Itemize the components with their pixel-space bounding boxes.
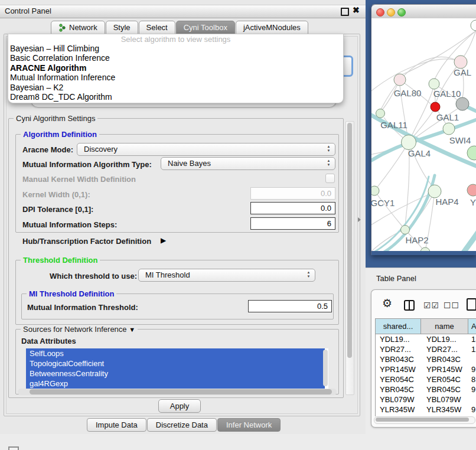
settings-scrollbar[interactable] (345, 121, 354, 395)
tab-style[interactable]: Style (106, 21, 138, 34)
table-cell[interactable]: YPR145W (376, 364, 421, 374)
minimize-button[interactable] (387, 8, 395, 17)
table-cell[interactable]: YER054C (376, 374, 421, 384)
table-row[interactable]: YBL079WYBL079W (376, 394, 476, 405)
algorithm-option-bayesian-hill-climbing[interactable]: Bayesian – Hill Climbing (8, 44, 343, 53)
table-cell[interactable]: YLR345W (421, 405, 468, 415)
table-row[interactable]: YDR27...YDR27...12 (376, 344, 476, 354)
network-node-gal10[interactable] (429, 79, 439, 89)
network-node-swi4[interactable] (467, 146, 476, 160)
network-canvas[interactable]: GALGAL80GAL10GAL1GAL11GAL4SWI4GCY1HAP4YH… (371, 18, 476, 251)
column-header-shared-[interactable]: shared... (376, 318, 421, 334)
table-cell[interactable] (468, 354, 476, 364)
zoom-button[interactable] (397, 8, 406, 17)
splitter-handle-icon[interactable] (358, 217, 361, 222)
control-panel-titlebar[interactable] (0, 5, 366, 18)
tab-impute-data[interactable]: Impute Data (87, 418, 146, 432)
table-cell[interactable]: YBR045C (376, 384, 421, 394)
table-hscrollbar-thumb[interactable] (376, 418, 469, 422)
table-cell[interactable]: YBR045C (421, 384, 468, 394)
aracne-mode-select[interactable]: Discovery ▲▼ (77, 143, 335, 156)
select-all-icon[interactable]: ☑☑ (423, 301, 439, 310)
column-layout-icon[interactable] (404, 300, 415, 311)
tab-select[interactable]: Select (139, 21, 175, 34)
window-grip[interactable] (8, 446, 19, 450)
settings-scrollbar-thumb[interactable] (347, 123, 352, 358)
table-cell[interactable]: YDR27... (376, 344, 421, 354)
table-cell[interactable]: YDL19... (376, 334, 421, 344)
network-node-gal1[interactable] (443, 123, 455, 135)
table-row[interactable]: YPR145WYPR145W9. (376, 364, 476, 374)
network-node-y[interactable] (467, 184, 476, 196)
tab-jactivemnodules[interactable]: jActiveMNodules (236, 21, 308, 34)
settings-hscrollbar-thumb[interactable] (30, 389, 332, 394)
table-cell[interactable]: YBR043C (421, 354, 468, 364)
column-header-a[interactable]: A (468, 318, 476, 334)
mi-threshold-field[interactable]: 0.5 (248, 300, 332, 312)
collapse-arrow-icon[interactable]: ▼ (129, 326, 135, 333)
network-node-hap2[interactable] (401, 226, 410, 234)
tab-infer-network[interactable]: Infer Network (217, 418, 281, 432)
table-cell[interactable]: 9. (468, 384, 476, 394)
table-row[interactable]: YER054CYER054C8. (376, 374, 476, 384)
table-cell[interactable]: YDR27... (421, 344, 468, 354)
network-node-gal11[interactable] (376, 109, 385, 118)
attribute-item-gal4rgexp[interactable]: gal4RGexp (26, 379, 325, 389)
table-cell[interactable]: 13 (468, 334, 476, 344)
table-cell[interactable]: 9. (468, 364, 476, 374)
algorithm-option-dream8-dc-tdc-algorithm[interactable]: Dream8 DC_TDC Algorithm (8, 92, 343, 102)
column-header-name[interactable]: name (421, 318, 468, 334)
table-cell[interactable]: 9. (468, 405, 476, 415)
network-node[interactable] (431, 102, 440, 112)
close-icon[interactable]: ✖ (353, 5, 360, 15)
table-cell[interactable]: YBR043C (376, 354, 421, 364)
table-cell[interactable]: YER054C (421, 374, 468, 384)
attribute-item-betweennesscentrality[interactable]: BetweennessCentrality (26, 369, 325, 379)
table-cell[interactable]: YDL19... (421, 334, 468, 344)
network-node[interactable] (456, 97, 469, 110)
algorithm-option-mutual-information-inference[interactable]: Mutual Information Inference (8, 73, 343, 82)
attributes-scrollbar-thumb[interactable] (323, 350, 328, 386)
network-node-hap4[interactable] (428, 185, 441, 198)
apply-button[interactable]: Apply (158, 399, 201, 413)
table-row[interactable]: YDL19...YDL19...13 (376, 334, 476, 344)
table-row[interactable]: YBR043CYBR043C (376, 354, 476, 364)
table-cell[interactable]: 8. (468, 374, 476, 384)
algorithm-option-bayesian-k2[interactable]: Bayesian – K2 (8, 83, 343, 92)
expand-arrow-icon[interactable]: ▶ (161, 236, 166, 244)
network-node-gal[interactable] (454, 56, 467, 69)
mi-steps-field[interactable]: 6 (250, 217, 335, 230)
data-attributes-list[interactable]: SelfLoopsTopologicalCoefficientBetweenne… (26, 348, 328, 389)
table-cell[interactable]: YBL079W (421, 394, 468, 405)
attribute-item-selfloops[interactable]: SelfLoops (26, 348, 325, 358)
table-hscrollbar[interactable] (374, 416, 475, 424)
manual-kernel-checkbox[interactable] (325, 174, 335, 183)
network-node-gcy1[interactable] (371, 186, 379, 195)
tab-network[interactable]: Network (51, 21, 105, 34)
dpi-tolerance-field[interactable]: 0.0 (250, 202, 335, 214)
deselect-all-icon[interactable]: ☐☐ (444, 301, 459, 310)
float-window-icon[interactable] (341, 8, 349, 16)
mi-algorithm-type-select[interactable]: Naive Bayes ▲▼ (161, 157, 335, 170)
table-row[interactable]: YLR345WYLR345W9. (376, 405, 476, 415)
algorithm-option-aracne-algorithm[interactable]: ARACNE Algorithm (8, 63, 343, 73)
network-window-titlebar[interactable] (371, 5, 476, 19)
close-button[interactable] (376, 8, 384, 17)
network-node-gal4[interactable] (402, 135, 416, 150)
network-node-gal80[interactable] (394, 74, 406, 86)
table-cell[interactable]: YBL079W (376, 394, 421, 405)
document-icon[interactable] (467, 298, 476, 311)
which-threshold-select[interactable]: MI Threshold ▲▼ (138, 269, 315, 282)
kernel-width-field[interactable]: 0.0 (250, 187, 335, 200)
tab-discretize-data[interactable]: Discretize Data (147, 418, 217, 432)
gear-icon[interactable]: ⚙ (382, 298, 392, 309)
table-cell[interactable] (468, 394, 476, 405)
tab-cyni-toolbox[interactable]: Cyni Toolbox (176, 21, 235, 34)
attribute-item-topologicalcoefficient[interactable]: TopologicalCoefficient (26, 358, 325, 369)
table-cell[interactable]: YPR145W (421, 364, 468, 374)
algorithm-option-basic-correlation-inference[interactable]: Basic Correlation Inference (8, 53, 343, 63)
table-row[interactable]: YBR045CYBR045C9. (376, 384, 476, 394)
table-cell[interactable]: YLR345W (376, 405, 421, 415)
network-node[interactable] (471, 20, 476, 31)
table-cell[interactable]: 12 (468, 344, 476, 354)
